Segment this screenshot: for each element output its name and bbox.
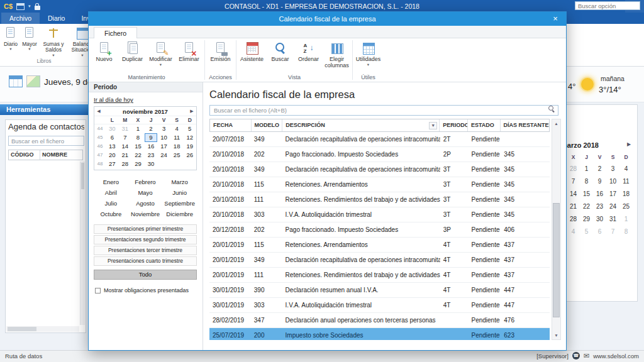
table-icon[interactable] [9, 75, 23, 87]
ribbon-button[interactable]: Elegir columnas [323, 40, 351, 69]
calendar-day[interactable]: 29 [580, 213, 593, 226]
quarter-filter-button[interactable]: Presentaciones tercer trimestre [94, 246, 197, 255]
calendar-day[interactable]: 44 [94, 124, 106, 133]
table-row[interactable]: 20/10/2018 202 Pago fraccionado. Impuest… [209, 147, 550, 162]
calendar-day[interactable]: 7 [567, 175, 580, 188]
calendar-day[interactable]: 31 [606, 213, 619, 226]
calendar-day[interactable]: 15 [580, 188, 593, 200]
search-icon[interactable] [548, 106, 555, 112]
calendar-day[interactable]: 21 [567, 200, 580, 213]
calendar-day[interactable]: 48 [94, 160, 106, 168]
ribbon-button[interactable]: Utilidades ▾ [354, 40, 382, 67]
ribbon-button[interactable]: Buscar [266, 40, 294, 63]
calendar-day[interactable]: 46 [94, 142, 106, 151]
agenda-search-input[interactable] [8, 136, 84, 146]
calendar-day[interactable]: 2 [593, 163, 606, 175]
scrollbar-thumb[interactable] [553, 203, 560, 317]
month-item[interactable]: Agosto [128, 198, 163, 209]
month-item[interactable]: Junio [162, 187, 197, 198]
month-item[interactable]: Noviembre [128, 209, 163, 219]
phone-icon[interactable]: ☎ [572, 352, 580, 359]
chevron-down-icon[interactable]: ▾ [28, 4, 31, 9]
calendar-day[interactable]: 9 [593, 175, 606, 188]
quarter-filter-button[interactable]: Presentaciones cuarto trimestre [94, 256, 197, 266]
calendar-day[interactable]: 5 [580, 226, 593, 238]
show-presented-checkbox-row[interactable]: Mostrar obligaciones presentadas [95, 287, 189, 293]
checkbox[interactable] [95, 288, 101, 293]
calendar-day[interactable]: 12 [183, 133, 196, 142]
month-item[interactable]: Marzo [162, 177, 197, 187]
toolbar-button[interactable]: Diario ▾ [1, 25, 20, 58]
toolbar-button[interactable]: Sumas y Saldos ▾ [39, 25, 68, 58]
month-item[interactable]: Julio [94, 198, 128, 209]
table-row[interactable]: 20/07/2018 349 Declaración recapitulativ… [209, 132, 550, 147]
go-to-today-link[interactable]: Ir al día de hoy [94, 96, 133, 103]
table-row[interactable]: 20/10/2018 111 Retenciones. Rendimientos… [209, 192, 550, 207]
next-month-icon[interactable]: ▶ [187, 109, 196, 114]
table-row[interactable]: 25/07/2019 200 Impuesto sobre Sociedades… [209, 328, 550, 340]
calendar-day[interactable]: 4 [170, 124, 184, 133]
calendar-day[interactable]: 17 [157, 142, 170, 151]
calendar-day[interactable]: 31 [119, 124, 132, 133]
table-row[interactable]: 20/01/2019 349 Declaración recapitulativ… [209, 253, 550, 268]
table-row[interactable]: 30/01/2019 390 Declaración resumen anual… [209, 283, 550, 298]
calendar-day[interactable]: 45 [94, 133, 106, 142]
calendar-day[interactable]: 14 [567, 188, 580, 200]
ribbon-tab[interactable]: Archivo [1, 13, 40, 24]
calendar-day[interactable]: 11 [170, 133, 184, 142]
option-search-input[interactable] [575, 1, 640, 10]
calendar-day[interactable]: 8 [131, 133, 145, 142]
calendar-day[interactable]: 26 [183, 151, 196, 160]
table-row[interactable]: 20/12/2018 202 Pago fraccionado. Impuest… [209, 222, 550, 238]
calendar-day[interactable]: 15 [131, 142, 145, 151]
calendar-day[interactable]: 7 [119, 133, 132, 142]
month-item[interactable]: Mayo [128, 187, 163, 198]
month-item[interactable]: Octubre [94, 209, 128, 219]
calendar-day[interactable]: 1 [580, 163, 593, 175]
calendar-day[interactable]: 7 [606, 226, 619, 238]
calendar-day[interactable]: 25 [170, 151, 184, 160]
calendar-day[interactable]: 25 [619, 200, 633, 213]
quarter-filter-button[interactable]: Presentaciones segundo trimestre [94, 235, 197, 244]
calendar-day[interactable]: 22 [131, 151, 145, 160]
calendar-day[interactable]: 16 [593, 188, 606, 200]
table-row[interactable]: 30/01/2019 303 I.V.A. Autoliquidación tr… [209, 298, 550, 313]
column-header-modelo[interactable]: MODELO [252, 119, 283, 131]
month-item[interactable]: Septiembre [162, 198, 197, 209]
calendar-day[interactable]: 17 [606, 188, 619, 200]
calendar-day[interactable]: 28 [567, 213, 580, 226]
tab-fichero[interactable]: Fichero [94, 27, 137, 39]
todo-filter-button[interactable]: Todo [94, 270, 197, 280]
calendar-day[interactable]: 24 [157, 151, 170, 160]
calendar-day[interactable]: 3 [606, 163, 619, 175]
table-row[interactable]: 20/01/2019 111 Retenciones. Rendimientos… [209, 268, 550, 283]
quick-access-icon[interactable] [16, 3, 25, 10]
table-row[interactable]: 20/10/2018 115 Retenciones. Arrendamient… [209, 177, 550, 192]
calendar-day[interactable]: 8 [580, 175, 593, 188]
calendar-day[interactable]: 29 [131, 160, 145, 168]
calendar-day[interactable]: 27 [106, 160, 119, 168]
ribbon-tab[interactable]: Diario [40, 13, 73, 24]
calendar-day[interactable]: 1 [131, 124, 145, 133]
agenda-vertical-scrollbar[interactable] [80, 162, 85, 325]
column-header-periodo[interactable]: PERIODO [440, 119, 468, 131]
calendar-day[interactable] [157, 160, 170, 168]
calendar-day[interactable]: 2 [145, 124, 158, 133]
scroll-down-icon[interactable]: ▼ [552, 331, 560, 339]
calendar-day[interactable]: 23 [593, 200, 606, 213]
calendar-day[interactable] [170, 160, 184, 168]
scroll-up-icon[interactable]: ▲ [552, 119, 560, 128]
calendar-day[interactable]: 16 [145, 142, 158, 151]
calendar-day[interactable]: 23 [145, 151, 158, 160]
ribbon-button[interactable]: Duplicar [118, 40, 147, 63]
ribbon-button[interactable]: Emisión [206, 40, 235, 63]
calendar-day[interactable]: 28 [567, 163, 580, 175]
next-month-icon[interactable]: ▶ [627, 141, 631, 147]
status-website-link[interactable]: www.sdelsol.com [593, 353, 639, 359]
scrollbar-thumb[interactable] [8, 327, 36, 331]
ribbon-button[interactable]: Asistente [238, 40, 266, 63]
calendar-day[interactable]: 22 [580, 200, 593, 213]
calendar-day[interactable]: 28 [119, 160, 132, 168]
column-header-fecha[interactable]: FECHA [210, 119, 252, 131]
quarter-filter-button[interactable]: Presentaciones primer trimestre [94, 224, 197, 234]
